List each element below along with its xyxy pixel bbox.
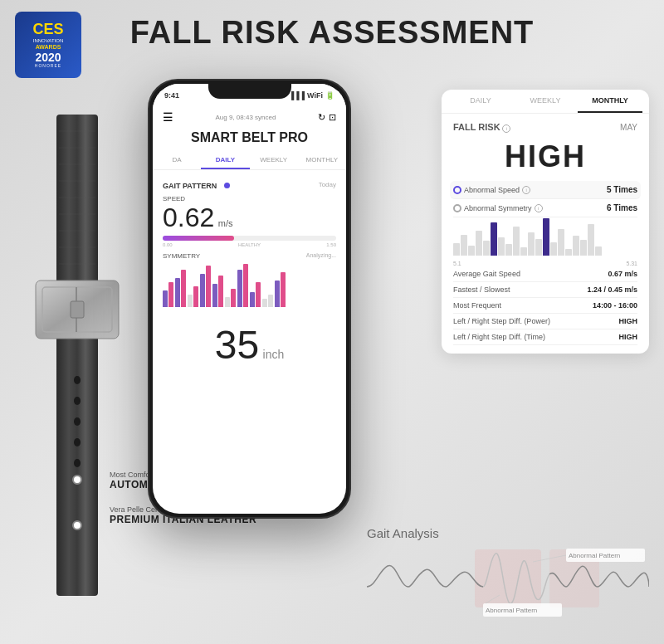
belt-area [0, 66, 154, 644]
symmetry-circle-icon [453, 204, 461, 212]
svg-point-21 [74, 459, 81, 467]
chart-min: 5.1 [453, 261, 461, 266]
svg-text:Abnormal Pattern: Abnormal Pattern [486, 607, 537, 614]
speed-unit: m/s [218, 218, 233, 228]
refresh-icon[interactable]: ↻ [318, 112, 325, 123]
speed-value: 0.62 [163, 202, 214, 232]
chart-max: 5.31 [626, 261, 637, 266]
svg-point-19 [74, 417, 81, 426]
abnormal-speed-info-icon[interactable]: i [522, 186, 530, 194]
wifi-icon: WiFi [307, 91, 323, 100]
svg-point-20 [74, 438, 81, 446]
phone-screen: 9:41 ▐▐▐ WiFi 🔋 ☰ Aug 9, 08:43 synced ↻ … [153, 84, 346, 514]
tab-da[interactable]: DA [153, 152, 201, 169]
page-title: FALL RISK ASSESSMENT [130, 15, 535, 51]
svg-point-18 [74, 397, 81, 405]
app-title: SMART BELT PRO [153, 129, 346, 152]
mini-chart [453, 217, 637, 259]
gait-pattern-title: GAIT PATTERN [163, 182, 217, 190]
svg-rect-16 [71, 301, 84, 318]
stats-table: Average Gait Speed 0.67 m/s Fastest / Sl… [453, 266, 637, 345]
abnormal-symmetry-label: Abnormal Symmetry [464, 204, 532, 212]
abnormal-speed-row: Abnormal Speed i 5 Times [450, 181, 641, 199]
svg-point-22 [73, 476, 81, 484]
symmetry-label: SYMMETRY Analyzing... [163, 252, 336, 260]
stat-label-fastest: Fastest / Slowest [453, 282, 574, 298]
card-tab-bar: DAILY WEEKLY MONTHLY [442, 90, 649, 114]
symmetry-chart [163, 261, 336, 307]
gait-analysis: Gait Analysis Abnormal Pattern Abnormal … [367, 526, 649, 623]
stat-row-time: Left / Right Step Diff. (Time) HIGH [453, 329, 637, 345]
settings-icon[interactable]: ⊡ [329, 112, 336, 123]
waist-value: 35 [215, 323, 259, 367]
signal-icon: ▐▐▐ [289, 91, 305, 100]
stat-row-frequent: Most Frequent 14:00 - 16:00 [453, 298, 637, 314]
fall-risk-month: MAY [620, 123, 637, 132]
stat-row-fastest: Fastest / Slowest 1.24 / 0.45 m/s [453, 282, 637, 298]
fall-risk-card: DAILY WEEKLY MONTHLY FALL RISK i MAY HIG… [442, 90, 649, 354]
ces-text: CES [32, 22, 63, 37]
waist-unit: inch [263, 348, 285, 361]
stat-value-fastest: 1.24 / 0.45 m/s [574, 282, 637, 298]
stat-label-frequent: Most Frequent [453, 298, 574, 314]
phone-tab-bar: DA DAILY WEEKLY MONTHLY [153, 152, 346, 170]
tab-monthly[interactable]: MONTHLY [298, 152, 346, 169]
fall-risk-level: HIGH [453, 136, 637, 181]
stat-value-frequent: 14:00 - 16:00 [574, 298, 637, 314]
fall-risk-info-icon[interactable]: i [502, 124, 510, 133]
card-body: FALL RISK i MAY HIGH Abnormal Speed i 5 … [442, 114, 649, 354]
stat-value-time: HIGH [574, 329, 637, 345]
card-tab-weekly[interactable]: WEEKLY [513, 90, 578, 113]
ces-year: 2020 [35, 51, 61, 63]
gait-wave-chart: Abnormal Pattern Abnormal Pattern [367, 545, 649, 620]
abnormal-symmetry-value: 6 Times [607, 203, 637, 212]
phone-mockup: 9:41 ▐▐▐ WiFi 🔋 ☰ Aug 9, 08:43 synced ↻ … [148, 79, 351, 519]
gait-analysis-title: Gait Analysis [367, 526, 649, 540]
stat-label-avg-speed: Average Gait Speed [453, 266, 574, 282]
tab-daily[interactable]: DAILY [201, 152, 249, 169]
abnormal-speed-label: Abnormal Speed [464, 186, 520, 194]
tab-weekly[interactable]: WEEKLY [250, 152, 298, 169]
waist-display: 35 inch [153, 317, 346, 373]
stat-row-power: Left / Right Step Diff. (Power) HIGH [453, 314, 637, 329]
phone-notch [208, 80, 291, 99]
app-header: ☰ Aug 9, 08:43 synced ↻ ⊡ [153, 107, 346, 129]
battery-icon: 🔋 [325, 91, 334, 100]
menu-icon[interactable]: ☰ [163, 110, 173, 124]
abnormal-symmetry-info-icon[interactable]: i [535, 204, 543, 212]
card-tab-monthly[interactable]: MONTHLY [578, 90, 642, 113]
svg-point-17 [74, 376, 81, 384]
card-tab-daily[interactable]: DAILY [448, 90, 513, 113]
speed-circle-icon [453, 186, 461, 194]
innovation-label: INNOVATION AWARDS [33, 38, 63, 51]
phone-time: 9:41 [164, 91, 179, 100]
abnormal-speed-value: 5 Times [607, 185, 637, 194]
chart-markers: 5.1 5.31 [453, 261, 637, 266]
today-label: Today [319, 181, 336, 188]
stat-row-avg-speed: Average Gait Speed 0.67 m/s [453, 266, 637, 282]
analyzing-status: Analyzing... [306, 252, 336, 260]
speed-bar [163, 236, 336, 241]
svg-point-23 [73, 521, 81, 529]
date-synced: Aug 9, 08:43 synced [216, 114, 276, 121]
stat-label-time: Left / Right Step Diff. (Time) [453, 329, 574, 345]
fall-risk-header: FALL RISK i MAY [453, 122, 637, 133]
stat-label-power: Left / Right Step Diff. (Power) [453, 314, 574, 329]
mini-chart-container: 5.1 5.31 [453, 217, 637, 266]
abnormal-symmetry-row: Abnormal Symmetry i 6 Times [453, 199, 637, 217]
speed-markers: 0.00 HEALTHY 1.50 [163, 242, 336, 247]
stat-value-avg-speed: 0.67 m/s [574, 266, 637, 282]
gait-pattern-header: GAIT PATTERN Today [163, 177, 336, 192]
speed-display: 0.62 m/s [163, 204, 336, 231]
speed-bar-fill [163, 236, 234, 241]
fall-risk-title: FALL RISK [453, 122, 500, 132]
gait-dot [224, 183, 230, 188]
svg-text:Abnormal Pattern: Abnormal Pattern [569, 552, 620, 559]
phone-content: GAIT PATTERN Today SPEED 0.62 m/s 0.00 H… [153, 170, 346, 317]
stat-value-power: HIGH [574, 314, 637, 329]
speed-label: SPEED [163, 195, 336, 202]
